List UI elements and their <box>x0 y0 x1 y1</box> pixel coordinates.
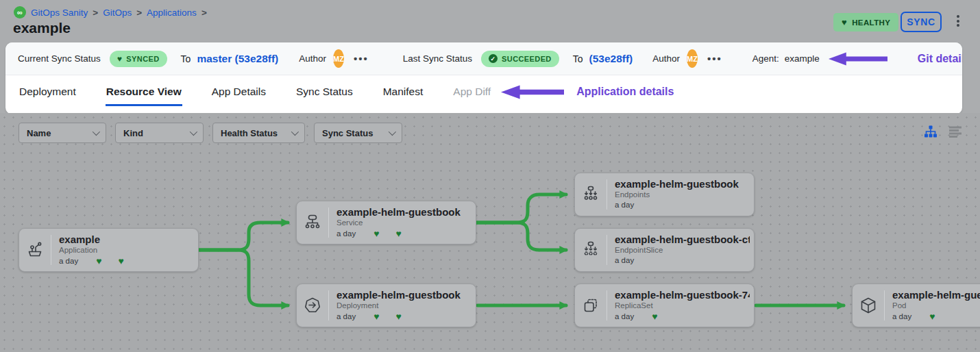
breadcrumb-item-applications[interactable]: Applications <box>147 8 197 18</box>
node-application-example[interactable]: example Application a day ♥ ♥ <box>19 228 199 272</box>
filter-health-status-dropdown[interactable]: Health Status <box>212 123 305 143</box>
node-endpoints-example-helm-guestbook[interactable]: example-helm-guestbook Endpoints a day <box>574 173 755 216</box>
kebab-menu-icon[interactable] <box>954 14 962 28</box>
node-kind: EndpointSlice <box>615 246 750 254</box>
application-details-annotation: Application details <box>576 86 674 98</box>
node-pod-example-helm-guestbook[interactable]: example-helm-guestbook-74... Pod a day ♥ <box>852 284 980 327</box>
sync-button[interactable]: SYNC <box>901 12 942 32</box>
chevron-down-icon <box>291 128 299 136</box>
breadcrumb-separator: > <box>136 8 142 18</box>
chevron-down-icon <box>389 128 396 136</box>
breadcrumb: ∞ GitOps Sanity > GitOps > Applications … <box>14 6 207 18</box>
heart-icon: ♥ <box>842 17 847 27</box>
node-age: a day <box>615 312 634 320</box>
agent-value: example <box>785 53 820 64</box>
tab-manifest[interactable]: Manifest <box>382 75 424 104</box>
health-badge-label: HEALTHY <box>852 18 890 27</box>
service-icon <box>297 201 328 244</box>
node-title: example-helm-guestbook-ct... <box>615 234 750 245</box>
last-revision-link[interactable]: (53e28ff) <box>589 53 633 65</box>
heart-icon: ♥ <box>118 256 123 266</box>
node-age: a day <box>336 312 356 320</box>
breadcrumb-item-gitops[interactable]: GitOps <box>103 8 132 18</box>
node-kind: Application <box>59 246 194 254</box>
node-age: a day <box>615 256 634 264</box>
pod-icon <box>853 284 884 327</box>
breadcrumb-separator: > <box>201 8 207 18</box>
last-author-avatar[interactable]: MZ <box>687 49 698 68</box>
heart-icon: ♥ <box>96 256 101 266</box>
endpointslice-icon <box>575 229 607 271</box>
sync-status-bar: Current Sync Status ♥ SYNCED To master (… <box>5 42 962 75</box>
node-age: a day <box>59 257 78 265</box>
node-kind: Pod <box>892 301 980 310</box>
health-status-badge: ♥ HEALTHY <box>833 13 898 32</box>
node-service-example-helm-guestbook[interactable]: example-helm-guestbook Service a day ♥ ♥ <box>296 201 476 244</box>
heart-icon: ♥ <box>395 229 401 238</box>
node-title: example-helm-guestbook-74... <box>615 289 750 301</box>
last-more-icon[interactable]: ••• <box>707 53 722 64</box>
last-author-label: Author <box>652 53 680 64</box>
node-kind: Deployment <box>336 301 471 310</box>
tab-app-diff[interactable]: App Diff <box>452 75 491 104</box>
endpoints-icon <box>575 173 607 216</box>
tab-deployment[interactable]: Deployment <box>19 75 77 104</box>
resource-tree-canvas: Name Kind Health Status Sync Status <box>0 113 980 352</box>
node-replicaset-example-helm-guestbook-74[interactable]: example-helm-guestbook-74... ReplicaSet … <box>574 284 755 327</box>
current-sync-status-label: Current Sync Status <box>18 53 101 64</box>
node-deployment-example-helm-guestbook[interactable]: example-helm-guestbook Deployment a day … <box>296 284 476 327</box>
filter-name-label: Name <box>27 128 51 138</box>
node-endpointslice-example-helm-guestbook-ct[interactable]: example-helm-guestbook-ct... EndpointSli… <box>574 228 755 272</box>
node-age: a day <box>892 312 911 320</box>
filter-name-dropdown[interactable]: Name <box>19 123 106 143</box>
agent-label: Agent: <box>752 53 779 64</box>
current-author-avatar[interactable]: MZ <box>333 49 344 68</box>
git-details-annotation: Git details <box>918 53 962 65</box>
node-age: a day <box>336 229 356 238</box>
heart-icon: ♥ <box>373 312 379 321</box>
node-title: example-helm-guestbook <box>615 178 750 190</box>
node-title: example-helm-guestbook-74... <box>892 289 980 301</box>
heart-icon: ♥ <box>929 312 935 321</box>
list-view-icon[interactable] <box>948 126 962 140</box>
check-circle-icon: ✓ <box>489 54 498 63</box>
tab-sync-status[interactable]: Sync Status <box>295 75 354 104</box>
node-age: a day <box>615 201 634 209</box>
chevron-down-icon <box>190 128 197 136</box>
application-icon <box>19 229 51 271</box>
filter-kind-dropdown[interactable]: Kind <box>115 123 204 143</box>
current-revision-link[interactable]: master (53e28ff) <box>197 53 278 65</box>
tab-app-details[interactable]: App Details <box>211 75 267 104</box>
filter-health-status-label: Health Status <box>221 128 278 138</box>
current-to-label: To <box>181 53 191 64</box>
heart-icon: ♥ <box>652 312 657 321</box>
synced-badge-label: SYNCED <box>126 55 159 63</box>
breadcrumb-item-gitops-sanity[interactable]: GitOps Sanity <box>31 8 88 18</box>
git-details-arrow-icon <box>829 51 887 66</box>
succeeded-badge: ✓ SUCCEEDED <box>481 51 559 67</box>
filter-sync-status-label: Sync Status <box>322 128 373 138</box>
tab-resource-view[interactable]: Resource View <box>106 75 182 106</box>
last-to-label: To <box>573 53 583 64</box>
heart-icon: ♥ <box>117 54 123 64</box>
application-details-arrow-icon <box>501 84 564 100</box>
node-kind: Service <box>336 218 471 227</box>
heart-icon: ♥ <box>395 312 401 321</box>
deployment-icon <box>297 284 328 327</box>
node-title: example-helm-guestbook <box>336 206 471 218</box>
synced-badge: ♥ SYNCED <box>110 51 167 67</box>
filter-sync-status-dropdown[interactable]: Sync Status <box>314 123 402 143</box>
chevron-down-icon <box>93 128 100 136</box>
node-kind: Endpoints <box>615 190 750 199</box>
tab-bar: Deployment Resource View App Details Syn… <box>5 75 962 114</box>
gitops-logo-icon: ∞ <box>14 6 26 18</box>
node-title: example <box>59 234 194 245</box>
replicaset-icon <box>575 284 607 327</box>
breadcrumb-separator: > <box>93 8 98 18</box>
tree-view-icon[interactable] <box>924 125 938 141</box>
last-sync-status-label: Last Sync Status <box>403 53 472 64</box>
node-kind: ReplicaSet <box>615 301 750 310</box>
node-title: example-helm-guestbook <box>336 289 471 301</box>
filter-kind-label: Kind <box>123 128 143 138</box>
current-more-icon[interactable]: ••• <box>354 53 369 64</box>
